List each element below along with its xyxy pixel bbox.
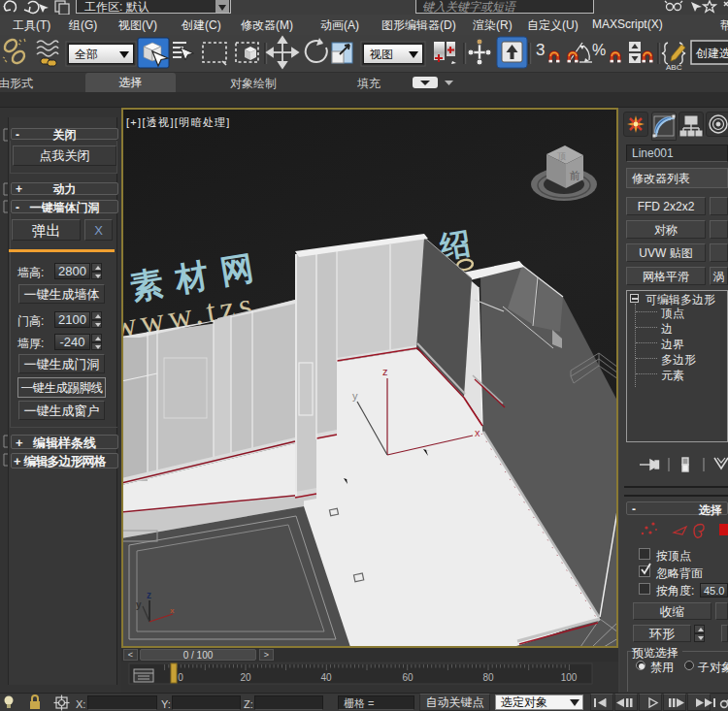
svg-text:x: x	[475, 427, 480, 438]
svg-text:x: x	[170, 606, 175, 615]
svg-text:0: 0	[178, 672, 183, 683]
svg-text:20: 20	[240, 672, 251, 683]
svg-text:80: 80	[482, 672, 494, 683]
svg-text:40: 40	[320, 672, 332, 683]
svg-text:ABC: ABC	[666, 63, 682, 72]
svg-text:前: 前	[569, 170, 580, 181]
svg-text:顶: 顶	[557, 151, 566, 161]
svg-text:y: y	[136, 599, 142, 610]
svg-text:y: y	[352, 390, 358, 402]
svg-text:3: 3	[536, 41, 545, 59]
svg-text:z: z	[147, 590, 151, 600]
svg-text:60: 60	[402, 672, 414, 683]
svg-text:100: 100	[561, 672, 578, 683]
svg-text:z: z	[382, 366, 388, 377]
svg-text:%: %	[592, 42, 606, 58]
svg-text:[+][透视][明暗处理]: [+][透视][明暗处理]	[126, 116, 231, 128]
